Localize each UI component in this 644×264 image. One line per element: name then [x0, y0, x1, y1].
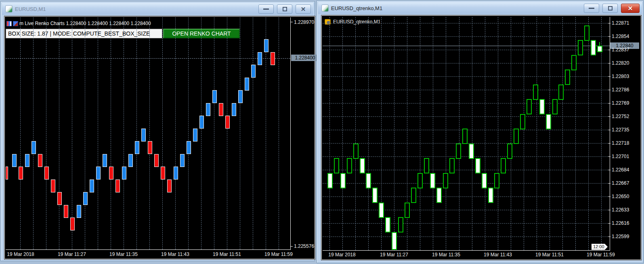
- gridline-vertical: [98, 17, 98, 249]
- close-button[interactable]: ✕: [621, 4, 640, 13]
- axis-tick: [608, 103, 610, 103]
- gridline-horizontal: [323, 23, 610, 23]
- minimize-button[interactable]: [584, 4, 599, 13]
- renko-candle: [385, 217, 390, 232]
- chart-window-qtrenko: EURUSD_qtrenko,M1 ✕ EURUSD_qtrenko,M1 1.…: [317, 0, 644, 263]
- gridline-vertical: [355, 17, 356, 250]
- gridline-vertical: [446, 17, 446, 250]
- gridline-vertical: [342, 17, 343, 250]
- time-axis-label: 19 Mar 11:59: [587, 252, 615, 258]
- time-axis-label: 19 Mar 11:43: [161, 251, 189, 257]
- renko-chart-area[interactable]: m Live Renko Charts 1.228400 1.228400 1.…: [4, 16, 315, 259]
- renko-candle: [449, 158, 455, 173]
- price-axis-label: 1.22616: [612, 220, 629, 226]
- restore-icon: [283, 7, 287, 11]
- price-axis-label: 1.22752: [612, 114, 629, 119]
- chart-window-icon: [321, 4, 329, 12]
- current-price-box: 1.228400: [291, 55, 319, 61]
- gridline-vertical: [329, 17, 330, 250]
- axis-tick: [608, 183, 610, 184]
- time-axis-label: 19 Mar 11:35: [432, 252, 460, 258]
- window-title: EURUSD,M1: [15, 6, 46, 12]
- renko-brick: [38, 154, 42, 167]
- gridline-vertical: [575, 17, 576, 250]
- price-axis-label: 1.22650: [612, 194, 629, 199]
- qtrenko-plot[interactable]: [323, 17, 610, 250]
- gridline-vertical: [266, 17, 266, 249]
- axis-tick: [608, 156, 610, 157]
- gridline-vertical: [59, 17, 59, 249]
- renko-candle: [366, 173, 371, 188]
- titlebar-left[interactable]: EURUSD,M1 ✕: [2, 3, 313, 15]
- gridline-horizontal: [323, 63, 610, 63]
- price-axis-label: 1.22599: [612, 234, 629, 239]
- chart-window-icon: [5, 5, 13, 13]
- chart-window-eurusd: EURUSD,M1 ✕ m Live Renko Charts 1.228400…: [0, 1, 315, 261]
- renko-candle: [347, 158, 352, 173]
- gridline-vertical: [227, 17, 227, 249]
- renko-candle: [334, 158, 339, 173]
- time-axis-label: 19 Mar 11:27: [58, 251, 86, 257]
- gridline-vertical: [136, 17, 137, 249]
- time-axis-label: 19 Mar 11:35: [109, 251, 138, 257]
- restore-button[interactable]: [602, 4, 618, 13]
- price-axis-label: 1.22854: [612, 34, 629, 39]
- renko-plot[interactable]: [6, 17, 290, 249]
- gridline-vertical: [33, 17, 34, 249]
- renko-candle: [565, 70, 570, 85]
- close-icon: ✕: [301, 6, 306, 12]
- gridline-horizontal: [323, 103, 610, 103]
- axis-tick: [290, 246, 293, 247]
- gridline-vertical: [188, 17, 189, 249]
- titlebar-right[interactable]: EURUSD_qtrenko,M1 ✕: [318, 2, 642, 14]
- gridline-vertical: [85, 17, 85, 249]
- renko-candle: [456, 144, 461, 159]
- renko-brick: [174, 167, 178, 180]
- renko-brick: [193, 129, 197, 142]
- axis-label-bottom: 1.225576: [294, 243, 314, 249]
- gridline-vertical: [498, 17, 498, 250]
- gridline-vertical: [562, 17, 563, 250]
- renko-brick: [148, 141, 152, 154]
- gridline-horizontal: [323, 170, 610, 170]
- renko-brick: [212, 90, 217, 103]
- renko-brick: [161, 167, 165, 180]
- gridline-horizontal: [323, 237, 610, 237]
- close-button[interactable]: ✕: [296, 4, 311, 14]
- restore-button[interactable]: [277, 4, 292, 14]
- renko-candle: [591, 40, 596, 55]
- renko-brick: [167, 180, 172, 192]
- minimize-button[interactable]: [258, 4, 274, 14]
- renko-brick: [103, 154, 107, 167]
- gridline-vertical: [485, 17, 485, 250]
- renko-candle: [520, 114, 525, 129]
- renko-candle: [398, 217, 403, 232]
- gridline-vertical: [537, 17, 537, 250]
- renko-candle: [507, 144, 512, 159]
- gridline-vertical: [394, 17, 394, 250]
- renko-candle: [436, 188, 442, 203]
- renko-brick: [70, 218, 75, 230]
- renko-brick: [51, 180, 55, 192]
- axis-tick: [290, 22, 293, 22]
- renko-brick: [258, 52, 262, 65]
- axis-label-top: 1.228970: [294, 19, 314, 25]
- price-axis-label: 1.22735: [612, 127, 629, 133]
- price-axis-separator: [290, 17, 291, 250]
- price-axis-label: 1.22820: [612, 60, 629, 66]
- axis-tick: [608, 237, 610, 237]
- renko-brick: [6, 167, 8, 180]
- price-axis-label: 1.22871: [612, 20, 629, 26]
- renko-candle: [417, 173, 423, 188]
- renko-brick: [154, 154, 159, 167]
- renko-candle: [353, 144, 359, 159]
- renko-candle: [514, 129, 519, 144]
- qtrenko-chart-area[interactable]: EURUSD_qtrenko,M1 1.22840 12:00 1.228711…: [321, 15, 641, 260]
- time-axis-label: 19 Mar 11:59: [264, 251, 293, 257]
- gridline-horizontal: [323, 196, 610, 197]
- renko-candle: [533, 84, 538, 100]
- axis-tick: [608, 143, 610, 144]
- renko-candle: [424, 158, 429, 173]
- price-axis-label: 1.22701: [612, 154, 629, 159]
- time-axis-line: [323, 250, 610, 251]
